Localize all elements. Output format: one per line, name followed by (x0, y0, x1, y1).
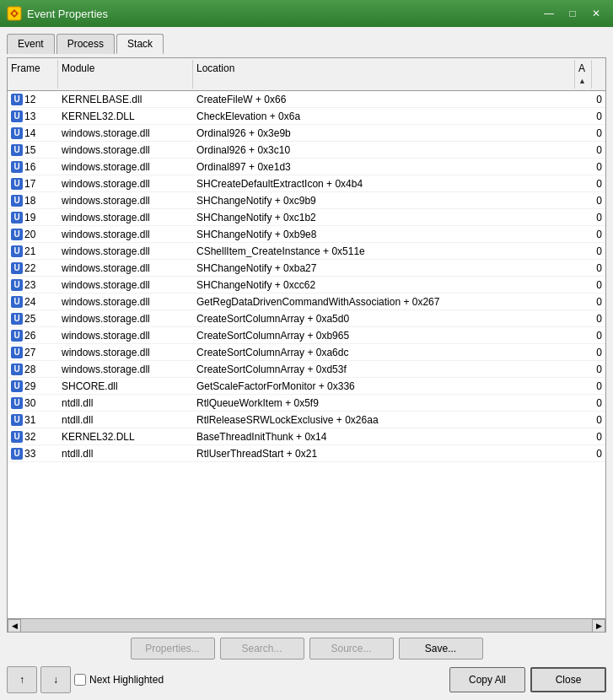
module-cell: windows.storage.dll (58, 277, 193, 293)
save-button[interactable]: Save... (399, 638, 483, 660)
a-cell: 0 (589, 345, 605, 360)
table-row[interactable]: U33ntdll.dllRtlUserThreadStart + 0x210 (8, 445, 605, 462)
table-row[interactable]: U27windows.storage.dllCreateSortColumnAr… (8, 344, 605, 361)
frame-number: 18 (24, 195, 35, 207)
table-row[interactable]: U21windows.storage.dllCShellItem_CreateI… (8, 243, 605, 260)
table-row[interactable]: U23windows.storage.dllSHChangeNotify + 0… (8, 277, 605, 293)
location-cell: CShellItem_CreateInstance + 0x511e (193, 244, 589, 259)
a-cell: 0 (589, 210, 605, 225)
search-button[interactable]: Search... (220, 638, 304, 660)
scroll-track[interactable] (21, 619, 592, 633)
location-cell: SHChangeNotify + 0xc9b9 (193, 193, 589, 208)
tab-event[interactable]: Event (7, 34, 55, 54)
frame-number: 17 (24, 178, 35, 190)
a-cell: 0 (589, 176, 605, 191)
table-row[interactable]: U28windows.storage.dllCreateSortColumnAr… (8, 361, 605, 378)
tab-process[interactable]: Process (56, 34, 115, 54)
close-button[interactable]: Close (530, 667, 606, 692)
next-highlighted-checkbox[interactable] (74, 674, 86, 686)
table-row[interactable]: U16windows.storage.dllOrdinal897 + 0xe1d… (8, 159, 605, 175)
u-badge-icon: U (11, 296, 23, 308)
module-cell: windows.storage.dll (58, 311, 193, 326)
window-controls: — □ ✕ (539, 5, 606, 22)
frame-number: 30 (24, 397, 35, 409)
col-header-frame: Frame (8, 60, 58, 89)
module-cell: windows.storage.dll (58, 126, 193, 141)
u-badge-icon: U (11, 195, 23, 207)
table-header: Frame Module Location A ▲ (8, 58, 605, 91)
table-row[interactable]: U26windows.storage.dllCreateSortColumnAr… (8, 327, 605, 344)
u-badge-icon: U (11, 245, 23, 257)
frame-number: 33 (24, 448, 35, 460)
module-cell: windows.storage.dll (58, 261, 193, 276)
u-badge-icon: U (11, 262, 23, 274)
location-cell: CreateFileW + 0x66 (193, 92, 589, 107)
a-cell: 0 (589, 109, 605, 124)
table-row[interactable]: U25windows.storage.dllCreateSortColumnAr… (8, 310, 605, 327)
scroll-left-button[interactable]: ◀ (8, 619, 21, 633)
properties-button[interactable]: Properties... (131, 638, 215, 660)
scroll-up-button[interactable]: ↑ (7, 666, 37, 693)
module-cell: windows.storage.dll (58, 362, 193, 377)
table-row[interactable]: U22windows.storage.dllSHChangeNotify + 0… (8, 260, 605, 277)
module-cell: KERNEL32.DLL (58, 109, 193, 124)
location-cell: GetRegDataDrivenCommandWithAssociation +… (193, 294, 589, 310)
table-row[interactable]: U31ntdll.dllRtlReleaseSRWLockExclusive +… (8, 412, 605, 428)
frame-number: 32 (24, 431, 35, 443)
scroll-down-button[interactable]: ↓ (40, 666, 71, 693)
location-cell: RtlReleaseSRWLockExclusive + 0x26aa (193, 412, 589, 428)
maximize-button[interactable]: □ (562, 5, 583, 22)
location-cell: CreateSortColumnArray + 0xb965 (193, 328, 589, 343)
a-cell: 0 (589, 261, 605, 276)
location-cell: CreateSortColumnArray + 0xa6dc (193, 345, 589, 360)
horizontal-scrollbar[interactable]: ◀ ▶ (8, 618, 605, 632)
a-cell: 0 (589, 429, 605, 444)
copy-all-button[interactable]: Copy All (449, 667, 525, 692)
scroll-right-button[interactable]: ▶ (592, 619, 605, 633)
table-row[interactable]: U29SHCORE.dllGetScaleFactorForMonitor + … (8, 378, 605, 395)
tab-stack[interactable]: Stack (116, 34, 164, 54)
title-bar: Event Properties — □ ✕ (0, 0, 613, 27)
location-cell: CheckElevation + 0x6a (193, 109, 589, 124)
table-row[interactable]: U30ntdll.dllRtlQueueWorkItem + 0x5f90 (8, 395, 605, 412)
main-content: Event Process Stack Frame Module Locatio… (0, 27, 613, 700)
a-cell: 0 (589, 362, 605, 377)
frame-number: 12 (24, 94, 35, 105)
a-cell: 0 (589, 379, 605, 394)
frame-number: 24 (24, 296, 35, 308)
window-close-button[interactable]: ✕ (586, 5, 606, 22)
table-row[interactable]: U20windows.storage.dllSHChangeNotify + 0… (8, 226, 605, 243)
module-cell: windows.storage.dll (58, 210, 193, 225)
app-icon (7, 6, 22, 21)
location-cell: CreateSortColumnArray + 0xa5d0 (193, 311, 589, 326)
module-cell: KERNELBASE.dll (58, 92, 193, 107)
a-cell: 0 (589, 143, 605, 158)
table-row[interactable]: U14windows.storage.dllOrdinal926 + 0x3e9… (8, 125, 605, 142)
sort-arrow-icon: ▲ (578, 77, 586, 85)
table-row[interactable]: U13KERNEL32.DLLCheckElevation + 0x6a0 (8, 108, 605, 125)
table-scroll[interactable]: U12KERNELBASE.dllCreateFileW + 0x660U13K… (8, 91, 605, 618)
location-cell: BaseThreadInitThunk + 0x14 (193, 429, 589, 444)
table-row[interactable]: U32KERNEL32.DLLBaseThreadInitThunk + 0x1… (8, 428, 605, 445)
down-arrow-icon: ↓ (53, 674, 58, 686)
frame-number: 25 (24, 313, 35, 325)
table-row[interactable]: U15windows.storage.dllOrdinal926 + 0x3c1… (8, 142, 605, 159)
table-row[interactable]: U12KERNELBASE.dllCreateFileW + 0x660 (8, 91, 605, 108)
table-row[interactable]: U18windows.storage.dllSHChangeNotify + 0… (8, 192, 605, 209)
u-badge-icon: U (11, 161, 23, 173)
source-button[interactable]: Source... (309, 638, 394, 660)
a-cell: 0 (589, 412, 605, 428)
location-cell: SHChangeNotify + 0xb9e8 (193, 227, 589, 242)
frame-number: 21 (24, 245, 35, 257)
next-highlighted-label[interactable]: Next Highlighted (74, 674, 164, 686)
minimize-button[interactable]: — (539, 5, 559, 22)
bottom-row: ↑ ↓ Next Highlighted Copy All Close (7, 666, 606, 693)
col-header-a: A ▲ (575, 60, 592, 89)
table-row[interactable]: U24windows.storage.dllGetRegDataDrivenCo… (8, 293, 605, 310)
table-row[interactable]: U19windows.storage.dllSHChangeNotify + 0… (8, 209, 605, 226)
u-badge-icon: U (11, 279, 23, 291)
table-row[interactable]: U17windows.storage.dllSHCreateDefaultExt… (8, 175, 605, 192)
col-header-module: Module (58, 60, 193, 89)
module-cell: SHCORE.dll (58, 379, 193, 394)
frame-number: 26 (24, 330, 35, 342)
